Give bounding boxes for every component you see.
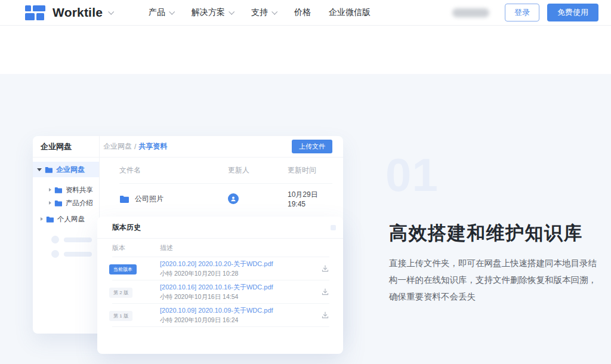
download-icon[interactable] [321,311,329,319]
skeleton-row [51,250,99,258]
tree-item-label: 个人网盘 [57,215,85,224]
version-badge: 第 2 版 [109,288,132,298]
nav-item-products[interactable]: 产品 [149,7,174,18]
version-meta: 小特 2020年10月16日 14:54 [160,293,321,301]
version-row[interactable]: 第 2 版 [2020.10.16] 2020.10.16-关于WDC.pdf … [97,280,343,303]
nav-item-support[interactable]: 支持 [251,7,276,18]
tree-item-label: 资料共享 [66,186,93,195]
skeleton-row [51,236,99,243]
version-table-header: 版本 描述 [97,239,343,257]
column-header-description: 描述 [160,243,173,252]
column-header-updated-at: 更新时间 [288,165,332,175]
version-panel-title: 版本历史 [112,223,141,233]
caret-collapsed-icon[interactable] [49,188,51,192]
drive-sidebar-title: 企业网盘 [33,136,100,158]
version-file-link[interactable]: [2020.10.20] 2020.10.20-关于WDC.pdf [160,260,321,269]
drive-folder-tree: 企业网盘 资料共享 产品介绍 个人网盘 [33,158,100,334]
breadcrumb-current: 共享资料 [138,141,167,152]
version-history-panel: 版本历史 版本 描述 当前版本 [2020.10.20] 2020.10.20-… [97,217,343,354]
version-meta: 小特 2020年10月09日 16:24 [160,316,321,325]
worktile-logo-icon[interactable] [25,5,45,20]
file-row[interactable]: 公司照片 10月29日 19:45 [119,184,332,214]
tree-item-product-intro[interactable]: 产品介绍 [33,196,99,209]
breadcrumb-parent[interactable]: 企业网盘 [103,141,132,152]
version-row[interactable]: 当前版本 [2020.10.20] 2020.10.20-关于WDC.pdf 小… [97,257,343,280]
phone-number-redacted [452,8,489,17]
feature-description: 直接上传文件夹，即可在网盘上快速搭建同本地目录结构一样的在线知识库，支持文件删除… [389,255,605,305]
version-file-link[interactable]: [2020.10.16] 2020.10.16-关于WDC.pdf [160,283,321,292]
nav-item-pricing[interactable]: 价格 [294,7,311,18]
column-header-filename: 文件名 [119,165,228,175]
tree-item-label: 产品介绍 [66,199,93,208]
divider [112,326,329,327]
column-header-updated-by: 更新人 [228,165,288,175]
version-badge: 第 1 版 [109,311,132,321]
tree-item-shared-docs[interactable]: 资料共享 [33,183,99,196]
drive-toolbar: 企业网盘 / 共享资料 上传文件 [100,136,343,158]
download-icon[interactable] [321,288,329,296]
breadcrumb-separator: / [134,143,136,151]
feature-index-watermark: 01 [385,152,439,198]
tree-item-personal-drive[interactable]: 个人网盘 [33,212,99,226]
chevron-down-icon [271,8,277,14]
upload-file-button[interactable]: 上传文件 [292,140,332,153]
file-table-header: 文件名 更新人 更新时间 [119,158,332,184]
top-navigation-bar: Worktile 产品 解决方案 支持 价格 企业微信版 登录 免费使用 [0,0,611,26]
main-nav: 产品 解决方案 支持 价格 企业微信版 [149,7,388,18]
caret-collapsed-icon[interactable] [49,201,51,205]
minimize-icon[interactable] [331,225,336,230]
nav-item-solutions[interactable]: 解决方案 [192,7,233,18]
tree-item-enterprise-drive[interactable]: 企业网盘 [33,162,99,177]
chevron-down-icon [169,8,175,14]
folder-icon [45,166,53,173]
version-badge-current: 当前版本 [109,264,137,274]
nav-item-wework-edition[interactable]: 企业微信版 [329,7,371,18]
chevron-down-icon[interactable] [108,8,114,14]
version-row[interactable]: 第 1 版 [2020.10.09] 2020.10.09-关于WDC.pdf … [97,304,343,326]
folder-icon [54,200,62,206]
nav-item-label: 支持 [251,7,268,18]
download-icon[interactable] [321,264,329,273]
feature-title: 高效搭建和维护知识库 [389,221,583,246]
nav-item-label: 产品 [149,7,165,18]
nav-item-label: 企业微信版 [329,7,371,18]
file-name: 公司照片 [135,194,163,204]
chevron-down-icon [229,8,234,14]
person-icon [230,195,237,202]
folder-icon [119,195,129,203]
version-file-link[interactable]: [2020.10.09] 2020.10.09-关于WDC.pdf [160,306,321,315]
free-trial-button[interactable]: 免费使用 [547,4,598,21]
caret-collapsed-icon[interactable] [41,217,43,221]
breadcrumb: 企业网盘 / 共享资料 [103,141,167,152]
caret-expanded-icon[interactable] [37,168,42,171]
folder-icon [46,216,54,223]
file-updated-time: 10月29日 19:45 [288,190,332,208]
version-panel-header: 版本历史 [97,217,343,239]
column-header-version: 版本 [112,243,160,252]
login-button[interactable]: 登录 [505,4,539,21]
avatar [228,193,239,204]
nav-item-label: 解决方案 [192,7,225,18]
brand-name[interactable]: Worktile [53,5,103,20]
folder-icon [54,187,62,193]
tree-item-label: 企业网盘 [56,165,85,175]
nav-item-label: 价格 [294,7,311,18]
header-actions: 登录 免费使用 [452,4,598,21]
version-meta: 小特 2020年10月20日 10:28 [160,270,321,278]
